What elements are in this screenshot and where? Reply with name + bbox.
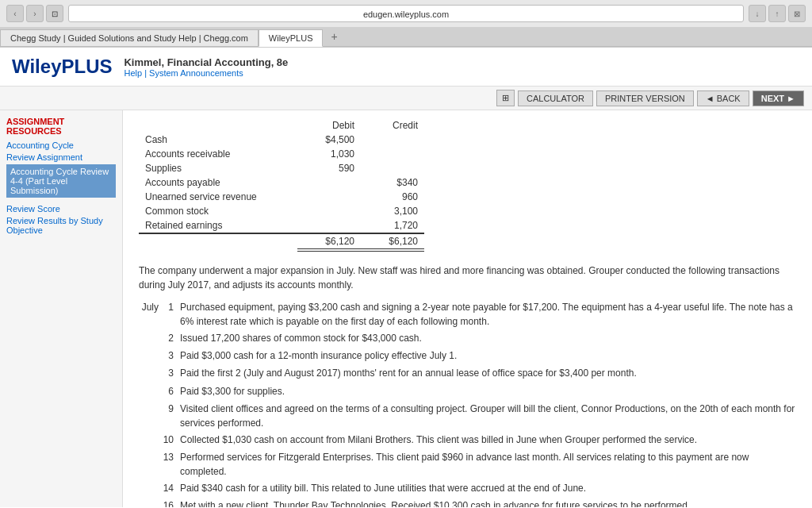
transaction-row: 3Paid the first 2 (July and August 2017)…	[139, 366, 796, 381]
trans-month	[139, 331, 163, 346]
trans-text: Visited client offices and agreed on the…	[180, 402, 796, 430]
intro-text: The company underwent a major expansion …	[139, 264, 796, 292]
browser-toolbar: ‹ › ⊡ edugen.wileyplus.com ↓ ↑ ⊠	[0, 0, 812, 27]
sidebar-link-review-assignment[interactable]: Review Assignment	[6, 152, 116, 162]
nav-buttons: ‹ › ⊡	[6, 5, 63, 22]
sidebar-link-accounting-cycle[interactable]: Accounting Cycle	[6, 140, 116, 150]
icon-button[interactable]: ⊞	[496, 90, 515, 106]
sidebar-link-review-score[interactable]: Review Score	[6, 204, 116, 214]
transaction-row: 13Performed services for Fitzgerald Ente…	[139, 450, 796, 479]
trans-month	[139, 498, 163, 507]
trans-text: Collected $1,030 cash on account from Mi…	[180, 433, 796, 448]
trans-text: Paid $3,000 cash for a 12-month insuranc…	[180, 348, 796, 364]
transaction-row: 14Paid $340 cash for a utility bill. Thi…	[139, 481, 796, 496]
browser-actions: ↓ ↑ ⊠	[749, 5, 806, 22]
help-link[interactable]: Help	[124, 68, 142, 78]
content-area[interactable]: Debit Credit Cash$4,500Accounts receivab…	[123, 110, 812, 507]
transaction-row: 3Paid $3,000 cash for a 12-month insuran…	[139, 348, 796, 364]
trans-text: Paid $340 cash for a utility bill. This …	[180, 481, 796, 496]
share-button[interactable]: ↑	[768, 5, 786, 22]
sidebar-title: ASSIGNMENT RESOURCES	[6, 117, 116, 136]
back-button[interactable]: ◄ BACK	[697, 90, 749, 106]
header-info: Kimmel, Financial Accounting, 8e Help | …	[124, 56, 288, 78]
window-button[interactable]: ⊡	[46, 5, 63, 22]
col-debit-header: Debit	[297, 118, 361, 133]
trans-text: Met with a new client, Thunder Bay Techn…	[180, 498, 796, 507]
address-bar[interactable]: edugen.wileyplus.com	[68, 5, 744, 22]
forward-nav-button[interactable]: ›	[26, 5, 44, 22]
sidebar-link-review-results[interactable]: Review Results by Study Objective	[6, 216, 116, 235]
trans-text: Purchased equipment, paying $3,200 cash …	[180, 300, 796, 329]
trans-month: July	[139, 300, 163, 329]
trans-month	[139, 366, 163, 381]
trans-number: 14	[163, 481, 180, 496]
new-tab-button[interactable]: +	[324, 27, 343, 46]
transaction-row: 10Collected $1,030 cash on account from …	[139, 433, 796, 448]
trans-text: Paid the first 2 (July and August 2017) …	[180, 366, 796, 381]
trans-number: 9	[163, 402, 180, 430]
balance-table: Debit Credit Cash$4,500Accounts receivab…	[139, 118, 796, 252]
calculator-button[interactable]: CALCULATOR	[518, 90, 593, 106]
browser-chrome: ‹ › ⊡ edugen.wileyplus.com ↓ ↑ ⊠ Chegg S…	[0, 0, 812, 48]
balance-sheet-table: Debit Credit Cash$4,500Accounts receivab…	[139, 118, 424, 252]
trans-text: Issued 17,200 shares of common stock for…	[180, 331, 796, 346]
trans-number: 16	[163, 498, 180, 507]
tab-bar: Chegg Study | Guided Solutions and Study…	[0, 27, 812, 47]
transactions-list: July1Purchased equipment, paying $3,200 …	[139, 300, 796, 507]
main-layout: ASSIGNMENT RESOURCES Accounting Cycle Re…	[0, 110, 812, 507]
site-header: WileyPLUS Kimmel, Financial Accounting, …	[0, 48, 812, 87]
back-nav-button[interactable]: ‹	[6, 5, 24, 22]
transaction-row: 6Paid $3,300 for supplies.	[139, 384, 796, 399]
trans-number: 2	[163, 331, 180, 346]
trans-text: Paid $3,300 for supplies.	[180, 384, 796, 399]
trans-month	[139, 450, 163, 479]
transaction-row: 2Issued 17,200 shares of common stock fo…	[139, 331, 796, 346]
trans-number: 3	[163, 366, 180, 381]
action-bar: ⊞ CALCULATOR PRINTER VERSION ◄ BACK NEXT…	[0, 87, 812, 110]
trans-month	[139, 348, 163, 364]
trans-number: 3	[163, 348, 180, 364]
trans-month	[139, 384, 163, 399]
trans-text: Performed services for Fitzgerald Enterp…	[180, 450, 796, 479]
trans-number: 13	[163, 450, 180, 479]
trans-number: 6	[163, 384, 180, 399]
tab-wileyplus[interactable]: WileyPLUS	[259, 29, 324, 47]
trans-month	[139, 402, 163, 430]
sidebar: ASSIGNMENT RESOURCES Accounting Cycle Re…	[0, 110, 123, 507]
col-credit-header: Credit	[361, 118, 424, 133]
trans-number: 10	[163, 433, 180, 448]
book-title: Kimmel, Financial Accounting, 8e	[124, 56, 288, 68]
fullscreen-button[interactable]: ⊠	[788, 5, 806, 22]
announcements-link[interactable]: System Announcements	[149, 68, 243, 78]
trans-month	[139, 481, 163, 496]
next-button[interactable]: NEXT ►	[753, 90, 804, 106]
header-links: Help | System Announcements	[124, 68, 288, 78]
trans-month	[139, 433, 163, 448]
transaction-row: July1Purchased equipment, paying $3,200 …	[139, 300, 796, 329]
transaction-row: 9Visited client offices and agreed on th…	[139, 402, 796, 430]
trans-number: 1	[163, 300, 180, 329]
site-logo: WileyPLUS	[12, 56, 112, 78]
download-button[interactable]: ↓	[749, 5, 766, 22]
sidebar-section-score: Review Score Review Results by Study Obj…	[6, 204, 116, 235]
sidebar-highlight-review[interactable]: Accounting Cycle Review 4-4 (Part Level …	[6, 164, 116, 198]
transaction-row: 16Met with a new client, Thunder Bay Tec…	[139, 498, 796, 507]
printer-version-button[interactable]: PRINTER VERSION	[596, 90, 694, 106]
tab-chegg[interactable]: Chegg Study | Guided Solutions and Study…	[0, 29, 259, 46]
